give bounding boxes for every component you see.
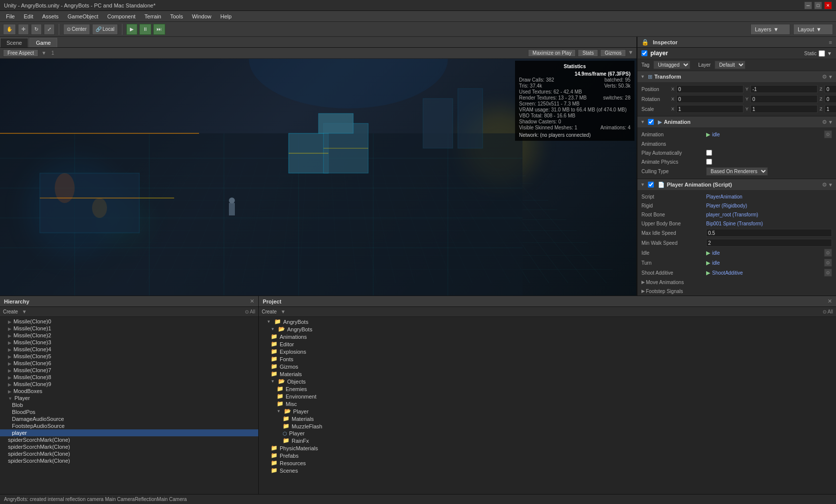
pos-z-input[interactable] — [825, 85, 836, 93]
project-all-btn[interactable]: ⊙ All — [823, 309, 833, 314]
list-item[interactable]: spiderScorchMark(Clone) — [0, 436, 258, 443]
scene-tab[interactable]: Scene — [0, 38, 28, 47]
list-item[interactable]: ▶Missile(Clone)8 — [0, 374, 258, 381]
list-item[interactable]: ▼ 📁 AngryBots — [259, 318, 836, 325]
rigid-ref[interactable]: Player (Rigidbody) — [706, 203, 832, 208]
hand-tool-button[interactable]: ✋ — [3, 24, 16, 35]
shoot-select-btn[interactable]: ⊙ — [824, 269, 832, 277]
transform-more-icon[interactable]: ▼ — [828, 74, 833, 80]
inspector-scroll[interactable]: player Static ▼ Tag Untagged Layer D — [637, 48, 836, 296]
animate-physics-checkbox[interactable] — [706, 159, 712, 165]
min-walk-input[interactable] — [706, 239, 832, 247]
game-tab[interactable]: Game — [29, 38, 57, 47]
list-item[interactable]: 📁 Materials — [259, 370, 836, 378]
hierarchy-player-item[interactable]: ▼Player — [0, 395, 258, 402]
step-button[interactable]: ⏭ — [153, 24, 165, 35]
lock-icon[interactable]: 🔒 — [641, 39, 649, 46]
turn-select-btn[interactable]: ⊙ — [824, 259, 832, 267]
close-button[interactable]: ✕ — [824, 1, 832, 9]
create-arrow[interactable]: ▼ — [22, 309, 27, 314]
list-item[interactable]: 📁 Explosions — [259, 348, 836, 355]
free-aspect-btn[interactable]: Free Aspect — [3, 49, 38, 57]
list-item[interactable]: spiderScorchMark(Clone) — [0, 457, 258, 464]
transform-header[interactable]: ▼ ⊞ Transform ⚙ ▼ — [637, 71, 836, 82]
menu-terrain[interactable]: Terrain — [140, 12, 165, 20]
rot-z-input[interactable] — [825, 95, 836, 103]
layout-dropdown[interactable]: Layout ▼ — [793, 24, 833, 35]
list-item[interactable]: Blob — [0, 402, 258, 408]
object-enabled-checkbox[interactable] — [641, 50, 647, 56]
list-item[interactable]: 📁 Environment — [259, 393, 836, 400]
player-animation-header[interactable]: ▼ 📄 Player Animation (Script) ⚙ ▼ — [637, 179, 836, 190]
list-item[interactable]: ▶Missile(Clone)3 — [0, 339, 258, 346]
list-item[interactable]: 📁 Editor — [259, 340, 836, 348]
list-item[interactable]: ▶Missile(Clone)1 — [0, 325, 258, 332]
list-item[interactable]: 📁 Scenes — [259, 467, 836, 474]
scale-tool-button[interactable]: ⤢ — [44, 24, 55, 35]
menu-help[interactable]: Help — [216, 12, 236, 20]
animation-gear-icon[interactable]: ⚙ — [822, 119, 827, 125]
minimize-button[interactable]: ─ — [804, 1, 812, 9]
list-item[interactable]: ▶Missile(Clone)4 — [0, 346, 258, 353]
transform-gear-icon[interactable]: ⚙ — [822, 74, 827, 80]
list-item[interactable]: 📁 Misc — [259, 400, 836, 407]
player-anim-gear-icon[interactable]: ⚙ — [822, 182, 827, 188]
hierarchy-list[interactable]: ▶Missile(Clone)0 ▶Missile(Clone)1 ▶Missi… — [0, 317, 258, 494]
menu-edit[interactable]: Edit — [20, 12, 37, 20]
move-tool-button[interactable]: ✛ — [18, 24, 29, 35]
list-item[interactable]: ⬡ Player — [259, 430, 836, 437]
scale-x-input[interactable] — [676, 105, 743, 113]
static-checkbox[interactable] — [819, 50, 825, 57]
list-item[interactable]: 📁 Enemies — [259, 385, 836, 393]
menu-gameobject[interactable]: GameObject — [64, 12, 103, 20]
play-automatically-checkbox[interactable] — [706, 150, 712, 156]
proj-create-arrow[interactable]: ▼ — [281, 309, 286, 314]
menu-window[interactable]: Window — [188, 12, 215, 20]
pos-x-input[interactable] — [676, 85, 743, 93]
gizmos-btn[interactable]: Gizmos — [600, 49, 626, 57]
list-item[interactable]: BloodPos — [0, 408, 258, 415]
pos-y-input[interactable] — [750, 85, 818, 93]
animation-more-icon[interactable]: ▼ — [828, 119, 833, 125]
pivot-button[interactable]: ⊙ Center — [63, 24, 90, 35]
script-ref[interactable]: PlayerAnimation — [706, 194, 832, 200]
upper-body-ref[interactable]: Bip001 Spine (Transform) — [706, 221, 832, 226]
list-item[interactable]: ▼ 📂 AngryBots — [259, 325, 836, 333]
list-item[interactable]: ▶MoodBoxes — [0, 388, 258, 395]
list-item[interactable]: ▶Missile(Clone)0 — [0, 318, 258, 325]
stats-btn[interactable]: Stats — [578, 49, 598, 57]
list-item[interactable]: 📁 Animations — [259, 333, 836, 340]
project-close-icon[interactable]: ✕ — [828, 298, 832, 304]
scale-y-input[interactable] — [750, 105, 818, 113]
menu-file[interactable]: File — [2, 12, 19, 20]
list-item[interactable]: 📁 RainFx — [259, 437, 836, 444]
hierarchy-player-selected[interactable]: player — [0, 429, 258, 436]
list-item[interactable]: 📁 Fonts — [259, 355, 836, 363]
animation-select-btn[interactable]: ⊙ — [824, 130, 832, 138]
play-button[interactable]: ▶ — [126, 24, 137, 35]
player-anim-enabled-checkbox[interactable] — [648, 182, 654, 188]
idle-select-btn[interactable]: ⊙ — [824, 249, 832, 257]
pause-button[interactable]: ⏸ — [139, 24, 151, 35]
list-item[interactable]: 📁 PhysicMaterials — [259, 444, 836, 452]
project-list[interactable]: ▼ 📁 AngryBots ▼ 📂 AngryBots 📁 Animations… — [259, 317, 836, 494]
root-bone-ref[interactable]: player_root (Transform) — [706, 212, 832, 217]
rotate-tool-button[interactable]: ↻ — [31, 24, 42, 35]
hierarchy-close-icon[interactable]: ✕ — [250, 298, 254, 304]
list-item[interactable]: spiderScorchMark(Clone) — [0, 443, 258, 450]
list-item[interactable]: ▶Missile(Clone)9 — [0, 381, 258, 388]
project-create-btn[interactable]: Create — [262, 309, 277, 314]
list-item[interactable]: FootstepAudioSource — [0, 422, 258, 429]
menu-assets[interactable]: Assets — [38, 12, 63, 20]
rot-x-input[interactable] — [676, 95, 743, 103]
list-item[interactable]: ▶Missile(Clone)7 — [0, 367, 258, 374]
layer-dropdown[interactable]: Default — [715, 61, 745, 69]
list-item[interactable]: 📁 Gizmos — [259, 363, 836, 370]
list-item[interactable]: DamageAudioSource — [0, 415, 258, 422]
rot-y-input[interactable] — [750, 95, 818, 103]
player-anim-more-icon[interactable]: ▼ — [828, 182, 833, 188]
list-item[interactable]: ▶Missile(Clone)5 — [0, 353, 258, 360]
hierarchy-create-btn[interactable]: Create — [3, 309, 18, 314]
culling-type-dropdown[interactable]: Based On Renderers — [706, 167, 768, 176]
layers-dropdown[interactable]: Layers ▼ — [750, 24, 790, 35]
